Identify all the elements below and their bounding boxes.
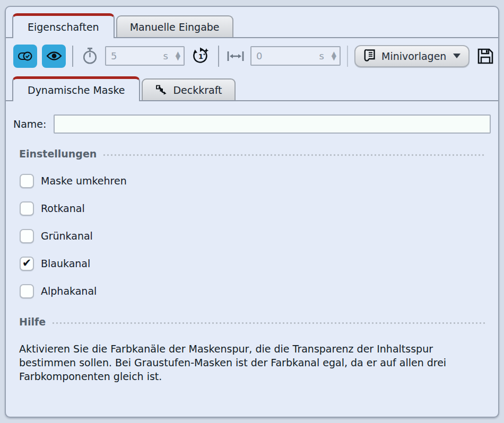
eye-icon	[46, 51, 62, 61]
tab-label: Manuelle Eingabe	[130, 21, 220, 33]
tab-deckkraft[interactable]: Deckkraft	[142, 78, 236, 100]
presets-label: Minivorlagen	[381, 50, 446, 62]
checkbox-label: Alphakanal	[41, 285, 97, 297]
toggle-check-icon	[18, 50, 33, 61]
duration-unit: s	[163, 50, 168, 61]
checkbox[interactable]: ✔	[20, 284, 34, 298]
checkbox-label: Rotkanal	[41, 202, 85, 214]
spinner-arrows[interactable]: ▲ ▼	[332, 52, 336, 60]
inner-tabbar: Dynamische Maske Deckkraft	[6, 76, 498, 101]
name-label: Name:	[13, 118, 54, 130]
help-section-header: Hilfe	[19, 316, 491, 328]
tab-eigenschaften[interactable]: Eigenschaften	[12, 13, 115, 38]
offset-unit: s	[319, 50, 324, 61]
adjust-duration-icon[interactable]: 1	[191, 47, 210, 66]
help-text: Aktivieren Sie die Farbkanäle der Masken…	[19, 342, 469, 383]
spinner-arrows[interactable]: ▲ ▼	[176, 52, 180, 60]
tab-dynamische-maske[interactable]: Dynamische Maske	[12, 76, 140, 101]
checkbox-label: Grünkanal	[41, 230, 93, 242]
spin-down-icon[interactable]: ▼	[176, 56, 180, 60]
dotted-divider	[53, 322, 486, 324]
scroll-icon	[363, 49, 376, 63]
show-effect-button[interactable]	[42, 45, 66, 68]
keyframes-icon	[155, 84, 168, 96]
checkmark-icon: ✔	[22, 257, 32, 269]
toolbar-separator	[347, 46, 348, 67]
checkbox[interactable]: ✔	[20, 174, 34, 188]
name-row: Name:	[13, 114, 491, 134]
outer-tabbar: Eigenschaften Manuelle Eingabe	[6, 13, 498, 38]
help-title: Hilfe	[19, 316, 46, 328]
tab-manuelle-eingabe[interactable]: Manuelle Eingabe	[116, 15, 233, 37]
tab-label: Eigenschaften	[28, 21, 99, 33]
duration-value: 5	[111, 50, 163, 61]
checkbox-row-alphakanal[interactable]: ✔ Alphakanal	[20, 277, 498, 305]
save-icon[interactable]	[476, 47, 494, 65]
checkbox[interactable]: ✔	[20, 257, 34, 271]
dotted-divider	[103, 154, 486, 156]
checkbox-label: Maske umkehren	[41, 175, 127, 187]
checkbox[interactable]: ✔	[20, 201, 34, 216]
duration-spinbox[interactable]: 5 s ▲ ▼	[105, 46, 185, 66]
tab-label: Dynamische Maske	[28, 84, 125, 96]
channel-checkbox-list: ✔ Maske umkehren ✔ Rotkanal ✔ Grünkanal …	[20, 167, 498, 305]
tab-label: Deckkraft	[173, 84, 222, 96]
checkbox-label: Blaukanal	[41, 258, 90, 269]
offset-value: 0	[256, 50, 319, 61]
effect-properties-panel: Eigenschaften Manuelle Eingabe	[5, 6, 499, 418]
spin-down-icon[interactable]: ▼	[332, 56, 336, 60]
stopwatch-icon	[82, 47, 98, 65]
width-offset-icon	[227, 50, 245, 62]
enable-effect-button[interactable]	[13, 45, 37, 68]
offset-spinbox[interactable]: 0 s ▲ ▼	[250, 46, 341, 66]
svg-text:1: 1	[198, 52, 203, 60]
presets-dropdown-button[interactable]: Minivorlagen	[354, 45, 470, 67]
checkbox-row-blaukanal[interactable]: ✔ Blaukanal	[20, 250, 498, 277]
settings-section-header: Einstellungen	[19, 148, 491, 160]
name-input[interactable]	[54, 114, 491, 134]
toolbar-separator	[218, 46, 219, 67]
checkbox-row-gruenkanal[interactable]: ✔ Grünkanal	[20, 222, 498, 250]
effect-toolbar: 5 s ▲ ▼ 1	[6, 38, 498, 68]
checkbox-row-maske-umkehren[interactable]: ✔ Maske umkehren	[20, 167, 498, 195]
chevron-down-icon	[453, 54, 460, 58]
settings-title: Einstellungen	[19, 148, 97, 160]
checkbox-row-rotkanal[interactable]: ✔ Rotkanal	[20, 195, 498, 222]
toolbar-separator	[72, 46, 73, 67]
checkbox[interactable]: ✔	[20, 229, 34, 243]
